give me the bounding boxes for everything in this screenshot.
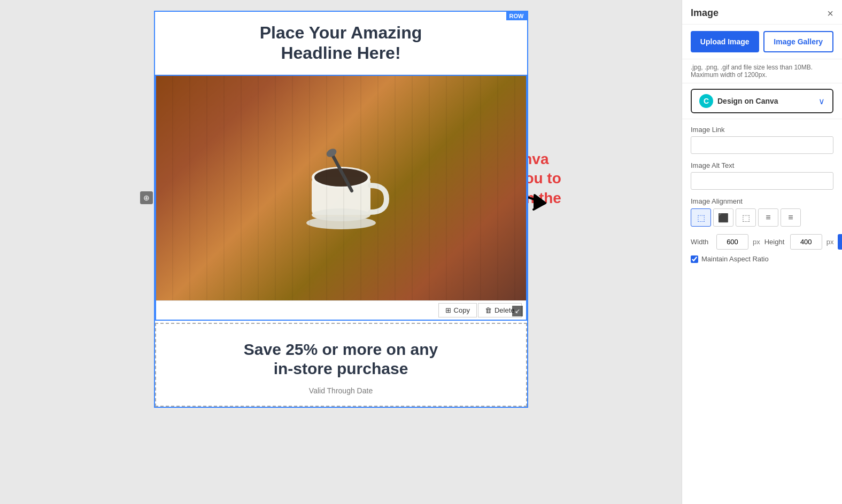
align-left-text-button[interactable]: ≡ [758, 208, 778, 227]
align-right-text-button[interactable]: ≡ [781, 208, 801, 227]
image-link-group: Image Link [691, 126, 833, 154]
bottom-subtext: Valid Through Date [167, 386, 515, 395]
copy-icon: ⊞ [445, 306, 451, 314]
panel-header: Image × [682, 0, 842, 25]
alignment-group: Image Alignment ⬚ ⬛ ⬚ ≡ ≡ [691, 197, 833, 227]
dimensions-row: Width px Height px Reset [691, 234, 833, 250]
bottom-section: Save 25% or more on anyin-store purchase… [155, 323, 527, 407]
canva-label: Design on Canva [717, 97, 778, 105]
coffee-cup-svg [288, 135, 395, 242]
width-input[interactable] [716, 234, 748, 250]
coffee-image [156, 76, 526, 300]
reset-button[interactable]: Reset [838, 234, 842, 250]
panel-buttons: Upload Image Image Gallery [682, 25, 842, 59]
resize-handle[interactable]: ↙ [512, 306, 523, 316]
width-unit: px [753, 238, 760, 246]
headline-section: Place Your AmazingHeadline Here! [155, 12, 527, 75]
image-gallery-button[interactable]: Image Gallery [763, 31, 834, 52]
bottom-headline: Save 25% or more on anyin-store purchase [167, 340, 515, 378]
canva-icon: C [699, 94, 713, 108]
email-container: ROW Place Your AmazingHeadline Here! ⊕ [154, 11, 528, 408]
canva-chevron-icon: ∨ [818, 96, 825, 106]
canva-left: C Design on Canva [699, 94, 778, 108]
right-panel: Image × Upload Image Image Gallery .jpg,… [682, 0, 842, 504]
delete-icon: 🗑 [485, 306, 492, 314]
image-link-label: Image Link [691, 126, 833, 134]
width-label: Width [691, 238, 712, 246]
design-on-canva-button[interactable]: C Design on Canva ∨ [691, 89, 833, 113]
align-center-button[interactable]: ⬛ [713, 208, 733, 227]
panel-body: Image Link Image Alt Text Image Alignmen… [682, 119, 842, 269]
image-alt-label: Image Alt Text [691, 161, 833, 169]
action-bar: ⊞ Copy 🗑 Delete [156, 300, 526, 320]
alignment-label: Image Alignment [691, 197, 833, 205]
image-alt-group: Image Alt Text [691, 161, 833, 190]
move-handle[interactable]: ⊕ [140, 191, 153, 204]
panel-title: Image [691, 7, 719, 19]
copy-button[interactable]: ⊞ Copy [438, 303, 477, 317]
canva-section: C Design on Canva ∨ [682, 83, 842, 119]
svg-point-4 [314, 168, 368, 187]
svg-point-1 [312, 167, 370, 188]
height-input[interactable] [790, 234, 822, 250]
row-badge: ROW [506, 12, 527, 20]
aspect-ratio-label: Maintain Aspect Ratio [701, 255, 769, 263]
headline-text: Place Your AmazingHeadline Here! [171, 22, 511, 64]
canvas-area: AWeber's native Canva integration allows… [0, 0, 682, 504]
height-label: Height [764, 238, 786, 246]
close-button[interactable]: × [827, 8, 833, 19]
svg-point-7 [306, 216, 376, 229]
height-unit: px [826, 238, 834, 246]
alignment-buttons: ⬚ ⬛ ⬚ ≡ ≡ [691, 208, 833, 227]
panel-hint: .jpg, .png, .gif and file size less than… [682, 59, 842, 83]
svg-point-3 [312, 208, 370, 221]
aspect-ratio-checkbox[interactable] [691, 255, 698, 263]
align-left-button[interactable]: ⬚ [691, 208, 711, 227]
align-right-button[interactable]: ⬚ [736, 208, 756, 227]
svg-line-5 [333, 156, 352, 191]
image-link-input[interactable] [691, 136, 833, 154]
copy-label: Copy [454, 306, 470, 314]
aspect-ratio-row: Maintain Aspect Ratio [691, 255, 833, 263]
svg-point-6 [325, 147, 337, 159]
image-section[interactable]: ⊕ ↙ [155, 75, 527, 321]
svg-rect-2 [312, 177, 370, 215]
image-alt-input[interactable] [691, 172, 833, 190]
upload-image-button[interactable]: Upload Image [691, 31, 759, 52]
